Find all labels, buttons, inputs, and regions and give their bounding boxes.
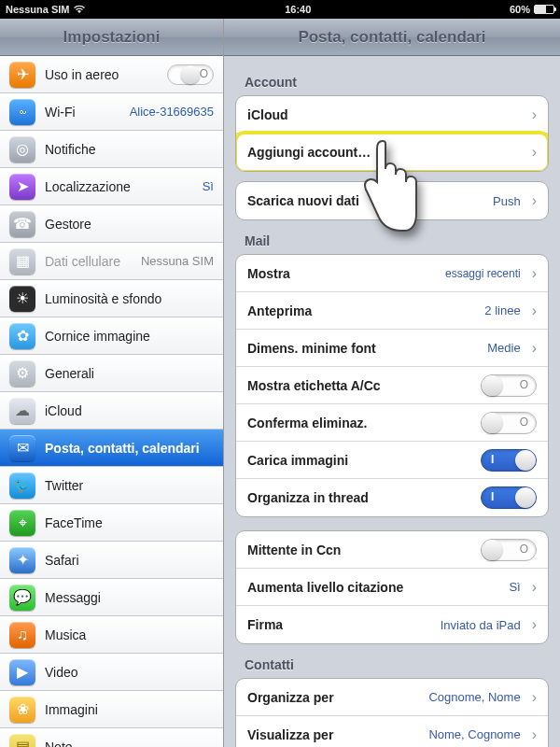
sidebar-item-facetime[interactable]: ⌖ FaceTime — [0, 504, 223, 542]
row-label: Dimens. minime font — [247, 341, 480, 356]
toggle-bcc-self[interactable]: O — [481, 539, 537, 561]
row-display-order[interactable]: Visualizza per Nome, Cognome › — [236, 716, 548, 747]
group-label-contacts: Contatti — [235, 644, 549, 678]
sidebar-item-label: Video — [45, 665, 214, 680]
sidebar-item-picture-frame[interactable]: ✿ Cornice immagine — [0, 317, 223, 355]
sidebar-item-photos[interactable]: ❀ Immagini — [0, 691, 223, 728]
chevron-icon: › — [532, 192, 537, 209]
status-bar: Nessuna SIM 16:40 60% — [0, 0, 560, 19]
sidebar-item-label: Safari — [45, 553, 214, 568]
messages-icon: 💬 — [9, 585, 35, 611]
row-label: Firma — [247, 617, 433, 632]
toggle-thread[interactable]: I — [481, 486, 537, 509]
toggle-show-tocc[interactable]: O — [481, 374, 537, 397]
group-mail-2: Mittente in Ccn O Aumenta livello citazi… — [235, 530, 549, 644]
row-icloud-account[interactable]: iCloud › — [236, 96, 548, 134]
twitter-icon: 🐦 — [9, 472, 35, 499]
row-load-images[interactable]: Carica immagini I — [236, 442, 548, 479]
row-min-font[interactable]: Dimens. minime font Medie › — [236, 330, 548, 367]
sidebar-item-twitter[interactable]: 🐦 Twitter — [0, 467, 223, 504]
sidebar-item-label: Musica — [45, 627, 214, 642]
sidebar-item-safari[interactable]: ✦ Safari — [0, 542, 223, 579]
music-icon: ♫ — [9, 622, 35, 648]
sidebar-item-label: Gestore — [45, 217, 214, 232]
chevron-icon: › — [532, 303, 537, 319]
sidebar-item-mail-contacts-calendars[interactable]: ✉ Posta, contatti, calendari — [0, 430, 223, 467]
group-label-mail: Mail — [235, 220, 549, 254]
sidebar-item-location[interactable]: ➤ Localizzazione Sì — [0, 168, 223, 205]
row-value: Push — [493, 194, 521, 208]
row-value: Nome, Cognome — [428, 727, 520, 741]
row-label: Mostra — [247, 266, 438, 281]
sidebar-item-carrier[interactable]: ☎ Gestore — [0, 205, 223, 243]
loc-value: Sì — [203, 179, 214, 193]
row-signature[interactable]: Firma Inviato da iPad › — [236, 606, 548, 643]
row-sort-order[interactable]: Organizza per Cognome, Nome › — [236, 679, 548, 716]
row-label: Aumenta livello citazione — [247, 580, 501, 595]
sidebar-item-label: Posta, contatti, calendari — [45, 441, 214, 456]
sidebar-item-music[interactable]: ♫ Musica — [0, 616, 223, 654]
chevron-icon: › — [532, 689, 537, 706]
row-show-tocc[interactable]: Mostra etichetta A/Cc O — [236, 367, 548, 404]
toggle-load-images[interactable]: I — [481, 449, 537, 472]
sidebar-item-brightness[interactable]: ☀ Luminosità e sfondo — [0, 280, 223, 317]
toggle-confirm-delete[interactable]: O — [481, 412, 537, 434]
sidebar-item-icloud[interactable]: ☁ iCloud — [0, 392, 223, 430]
row-value: Inviato da iPad — [441, 618, 521, 632]
cloud-icon: ☁ — [9, 398, 35, 424]
detail-pane: Posta, contatti, calendari Account iClou… — [224, 19, 560, 747]
row-label: iCloud — [247, 107, 521, 122]
sidebar-item-label: Immagini — [45, 702, 214, 717]
row-label: Scarica nuovi dati — [247, 193, 485, 208]
sidebar-item-label: Dati cellulare — [45, 254, 132, 269]
safari-icon: ✦ — [9, 547, 35, 573]
battery-pct: 60% — [510, 4, 530, 15]
carrier-icon: ☎ — [9, 211, 35, 237]
sidebar-item-general[interactable]: ⚙ Generali — [0, 355, 223, 392]
location-icon: ➤ — [9, 174, 35, 200]
sidebar-item-messages[interactable]: 💬 Messaggi — [0, 579, 223, 616]
row-value: essaggi recenti — [445, 267, 521, 280]
row-value: Cognome, Nome — [428, 690, 520, 704]
airplane-toggle[interactable]: O — [167, 64, 214, 85]
sidebar-item-label: Notifiche — [45, 142, 214, 157]
row-show[interactable]: Mostra essaggi recenti › — [236, 255, 548, 292]
brightness-icon: ☀ — [9, 286, 35, 312]
facetime-icon: ⌖ — [9, 510, 35, 536]
sidebar-item-wifi[interactable]: ⧜ Wi-Fi Alice-31669635 — [0, 93, 223, 131]
sidebar-item-cellular: ▦ Dati cellulare Nessuna SIM — [0, 243, 223, 280]
row-value: Medie — [487, 341, 520, 355]
sidebar-item-video[interactable]: ▶ Video — [0, 654, 223, 691]
row-label: Organizza per — [247, 690, 421, 705]
cellular-icon: ▦ — [9, 248, 35, 275]
group-contacts: Organizza per Cognome, Nome › Visualizza… — [235, 678, 549, 747]
notes-icon: ▤ — [9, 734, 35, 748]
group-account: iCloud › Aggiungi account… › — [235, 95, 549, 172]
chevron-icon: › — [532, 726, 537, 743]
group-fetch: Scarica nuovi dati Push › — [235, 181, 549, 220]
sidebar-item-label: Twitter — [45, 478, 214, 493]
row-label: Organizza in thread — [247, 490, 473, 505]
row-add-account[interactable]: Aggiungi account… › — [236, 134, 548, 171]
row-fetch-data[interactable]: Scarica nuovi dati Push › — [236, 182, 548, 219]
video-icon: ▶ — [9, 659, 35, 685]
sidebar-item-airplane[interactable]: ✈ Uso in aereo O — [0, 56, 223, 93]
row-bcc-self[interactable]: Mittente in Ccn O — [236, 531, 548, 569]
group-mail-1: Mostra essaggi recenti › Anteprima 2 lin… — [235, 254, 549, 517]
airplane-icon: ✈ — [9, 62, 35, 88]
row-preview[interactable]: Anteprima 2 linee › — [236, 292, 548, 330]
row-confirm-delete[interactable]: Conferma eliminaz. O — [236, 404, 548, 442]
sidebar-item-notes[interactable]: ▤ Note — [0, 728, 223, 747]
row-label: Conferma eliminaz. — [247, 416, 473, 430]
sidebar-item-label: Cornice immagine — [45, 329, 214, 344]
wifi-icon — [73, 5, 86, 14]
sidebar-item-notifications[interactable]: ◎ Notifiche — [0, 131, 223, 168]
settings-sidebar: Impostazioni ✈ Uso in aereo O ⧜ Wi-Fi Al… — [0, 19, 224, 747]
sidebar-item-label: Messaggi — [45, 590, 214, 605]
row-label: Mostra etichetta A/Cc — [247, 378, 473, 393]
cell-value: Nessuna SIM — [141, 254, 214, 268]
row-increase-quote[interactable]: Aumenta livello citazione Sì › — [236, 569, 548, 606]
row-value: 2 linee — [484, 303, 520, 317]
row-thread[interactable]: Organizza in thread I — [236, 479, 548, 516]
row-value: Sì — [509, 580, 520, 594]
